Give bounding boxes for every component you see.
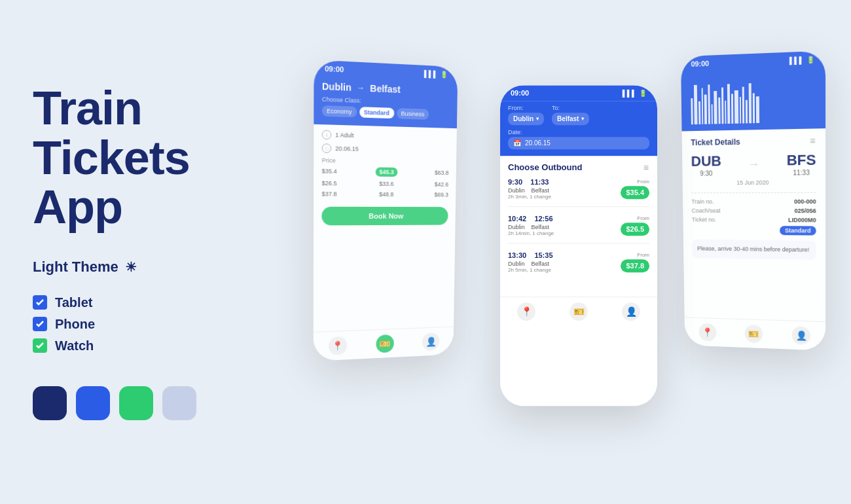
calendar-icon: □	[322, 143, 331, 153]
ticket-list-header: Dublin → Belfast Choose Class: Economy S…	[314, 77, 458, 129]
route-title: Dublin → Belfast	[322, 81, 450, 97]
trip-time-info: 13:30 15:35 Dublin Belfast 2h 5min, 1 ch…	[508, 251, 553, 273]
chevron-icon: ▾	[581, 116, 584, 122]
class-row: Standard	[692, 225, 816, 235]
arrival-code: BFS 11:33	[787, 151, 816, 176]
ticket-nav-icon[interactable]: 🎫	[376, 334, 393, 353]
ticket-row: $26.5 $33.6 $42.6	[322, 180, 449, 188]
economy-tab[interactable]: Economy	[322, 105, 357, 117]
outbound-list: Choose Outbound ≡ 9:30 11:33 Dublin	[500, 156, 657, 294]
barcode	[681, 67, 825, 132]
outbound-item[interactable]: 10:42 12:56 Dublin Belfast 2h 14min, 1 c…	[508, 215, 649, 243]
location-nav-icon[interactable]: 📍	[517, 302, 535, 321]
standard-tab[interactable]: Standard	[359, 107, 394, 118]
coach-row: Coach/seat 025/056	[692, 207, 816, 214]
ticket-body: i 1 Adult □ 20.06.15 Price $35.4 $45.3 $…	[314, 124, 457, 231]
to-col: To: Belfast ▾	[552, 105, 589, 125]
phone-front: 09:00 ▌▌▌ 🔋 From: Dublin ▾	[500, 85, 657, 406]
swatch-dark	[33, 386, 67, 420]
from-col: From: Dublin ▾	[508, 105, 544, 125]
book-now-button[interactable]: Book Now	[321, 207, 448, 226]
to-select[interactable]: Belfast ▾	[552, 113, 589, 125]
trip-price: From $26.5	[621, 215, 649, 236]
status-icons-front: ▌▌▌ 🔋	[623, 90, 647, 97]
train-no-row: Train no. 000-000	[691, 198, 816, 205]
right-panel: 09:00 ▌▌▌ 🔋 Dublin → Belfast Choose Clas…	[275, 0, 851, 504]
bottom-nav-back-left: 📍 🎫 👤	[314, 327, 454, 361]
tablet-check-icon	[33, 295, 47, 310]
person-icon: i	[322, 130, 332, 139]
swatch-light	[162, 386, 196, 420]
bottom-nav-front: 📍 🎫 👤	[500, 297, 657, 326]
passenger-row: i 1 Adult	[322, 130, 450, 142]
trip-time-info: 9:30 11:33 Dublin Belfast 2h 3min, 1 cha…	[508, 178, 551, 200]
trip-time-info: 10:42 12:56 Dublin Belfast 2h 14min, 1 c…	[508, 215, 554, 236]
ticket-row: $35.4 $45.3 $63.8	[322, 166, 449, 177]
profile-nav-icon[interactable]: 👤	[422, 333, 440, 351]
route-codes: DUB 9:30 → BFS 11:33	[691, 151, 816, 177]
travel-date: 15 Jun 2020	[691, 179, 816, 186]
app-title: Train Tickets App	[33, 84, 242, 232]
chevron-icon: ▾	[536, 116, 539, 122]
from-select[interactable]: Dublin ▾	[508, 113, 544, 125]
profile-nav-icon[interactable]: 👤	[792, 326, 810, 345]
trip-price: From $37.8	[621, 252, 649, 272]
more-options-icon[interactable]: ≡	[810, 135, 816, 147]
bottom-nav-back-right: 📍 🎫 👤	[685, 317, 825, 350]
sun-icon: ☀	[125, 259, 137, 275]
profile-nav-icon[interactable]: 👤	[622, 302, 640, 321]
price-header: Price	[322, 157, 449, 166]
notice-box: Please, arrive 30-40 mins before departu…	[692, 240, 816, 260]
location-nav-icon[interactable]: 📍	[698, 323, 716, 342]
date-row: □ 20.06.15	[322, 143, 449, 155]
phone-check-icon	[33, 317, 47, 331]
detail-title: Ticket Details	[691, 137, 740, 147]
outbound-item[interactable]: 9:30 11:33 Dublin Belfast 2h 3min, 1 cha…	[508, 178, 649, 207]
calendar-icon: 📅	[513, 139, 521, 147]
route-arrow-icon: →	[748, 158, 759, 171]
date-select[interactable]: 📅 20.06.15	[508, 137, 649, 149]
swatch-blue	[76, 386, 110, 420]
location-nav-icon[interactable]: 📍	[329, 336, 347, 355]
class-badge: Standard	[780, 226, 816, 235]
ticket-detail-body: Ticket Details ≡ DUB 9:30 → BFS 11:33 15…	[682, 128, 826, 266]
left-panel: Train Tickets App Light Theme ☀ Tablet P…	[0, 0, 275, 504]
outbound-item[interactable]: 13:30 15:35 Dublin Belfast 2h 5min, 1 ch…	[508, 251, 649, 279]
outbound-header: Choose Outbound ≡	[508, 162, 649, 173]
theme-label: Light Theme ☀	[33, 259, 242, 276]
ticket-nav-icon[interactable]: 🎫	[570, 302, 588, 321]
status-bar-front: 09:00 ▌▌▌ 🔋	[500, 85, 657, 101]
swatch-green	[119, 386, 153, 420]
status-icons-right: ▌▌▌ 🔋	[789, 56, 814, 64]
status-icons: ▌▌▌ 🔋	[424, 69, 448, 78]
business-tab[interactable]: Business	[397, 108, 429, 120]
watch-check-icon	[33, 338, 47, 353]
ticket-detail-header	[681, 67, 825, 132]
date-row: Date: 📅 20.06.15	[508, 129, 649, 149]
ticket-no-row: Ticket no. LID000M0	[692, 217, 816, 224]
more-options-icon[interactable]: ≡	[643, 162, 649, 173]
divider	[691, 192, 816, 194]
phone-back-right: 09:00 ▌▌▌ 🔋	[681, 50, 825, 350]
departure-code: DUB 9:30	[691, 153, 721, 177]
phone-back-left: 09:00 ▌▌▌ 🔋 Dublin → Belfast Choose Clas…	[314, 60, 458, 361]
trip-price: From $35.4	[621, 179, 649, 199]
list-item: Phone	[33, 317, 242, 332]
title-line1: Train	[33, 82, 142, 134]
front-header: From: Dublin ▾ To: Belfast ▾	[500, 101, 657, 156]
device-list: Tablet Phone Watch	[33, 295, 242, 360]
detail-title-row: Ticket Details ≡	[691, 135, 816, 148]
ticket-nav-icon[interactable]: 🎫	[745, 325, 763, 343]
arrow-icon: →	[357, 83, 365, 93]
title-line2: Tickets App	[33, 132, 190, 234]
class-tabs: Economy Standard Business	[322, 105, 450, 120]
list-item: Tablet	[33, 295, 242, 310]
ticket-row: $37.8 $48.8 $69.3	[321, 190, 448, 198]
color-swatches	[33, 386, 242, 420]
list-item: Watch	[33, 338, 242, 353]
from-to-row: From: Dublin ▾ To: Belfast ▾	[508, 105, 649, 125]
